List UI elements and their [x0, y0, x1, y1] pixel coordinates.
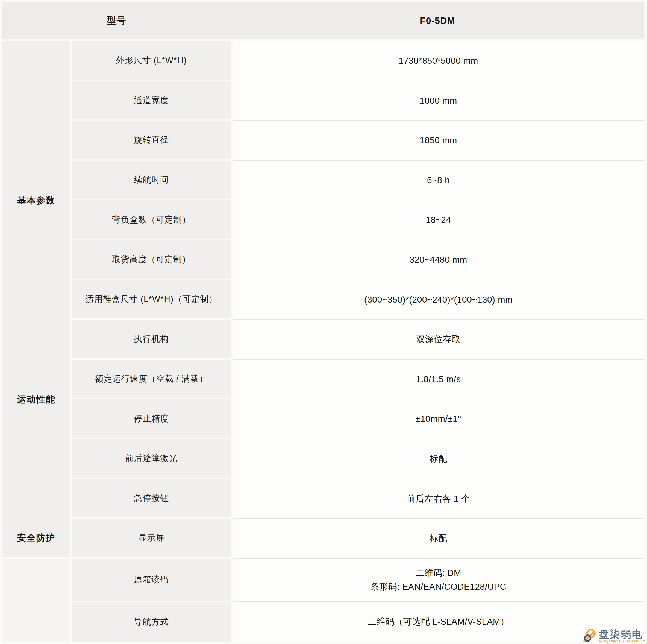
watermark-cn-text: 盘柒弱电	[599, 629, 643, 639]
row-value-display-screen: 标配	[232, 519, 644, 559]
row-label-actuator: 执行机构	[72, 320, 231, 360]
row-value-rated-speed: 1.8/1.5 m/s	[232, 360, 644, 400]
row-value-actuator: 双深位存取	[232, 320, 644, 360]
spec-table: 型号 F0-5DM 基本参数 运动性能 安全防护 外形尺寸 (L*W*H) 17…	[2, 2, 644, 642]
row-value-rotation-diameter: 1850 mm	[232, 121, 644, 161]
row-value-aisle-width: 1000 mm	[232, 81, 644, 121]
row-label-emergency-stop: 急停按钮	[72, 479, 231, 519]
row-label-stop-accuracy: 停止精度	[72, 399, 231, 439]
row-label-box-count: 背负盒数（可定制）	[72, 200, 231, 240]
group-motion-performance: 运动性能	[2, 360, 70, 439]
row-label-carton-code-reading: 原箱读码	[72, 559, 231, 602]
row-value-box-count: 18~24	[232, 200, 644, 240]
row-label-aisle-width: 通道宽度	[72, 81, 231, 121]
watermark-text: 盘柒弱电 ANGQI WEAK ELECTRICITY	[599, 629, 645, 643]
row-value-dimensions: 1730*850*5000 mm	[232, 41, 644, 81]
row-label-rotation-diameter: 旋转直径	[72, 121, 231, 161]
group-safety-protection: 安全防护	[2, 519, 70, 559]
row-label-shoebox-size: 适用鞋盒尺寸 (L*W*H)（可定制）	[72, 280, 231, 320]
paperclip-logo-icon	[582, 629, 597, 643]
watermark-logo: 盘柒弱电 ANGQI WEAK ELECTRICITY	[582, 629, 645, 643]
row-label-obstacle-laser: 前后避障激光	[72, 439, 231, 479]
row-label-dimensions: 外形尺寸 (L*W*H)	[72, 41, 231, 81]
row-value-stop-accuracy: ±10mm/±1°	[232, 399, 644, 439]
row-label-rated-speed: 额定运行速度（空载 / 满载）	[72, 360, 231, 400]
row-label-display-screen: 显示屏	[72, 519, 231, 559]
row-value-picking-height: 320~4480 mm	[232, 240, 644, 280]
row-label-battery-life: 续航时间	[72, 161, 231, 201]
row-value-emergency-stop: 前后左右各 1 个	[232, 479, 644, 519]
model-label: 型号	[2, 14, 231, 27]
watermark-en-text: ANGQI WEAK ELECTRICITY	[599, 640, 645, 643]
row-value-shoebox-size: (300~350)*(200~240)*(100~130) mm	[232, 280, 644, 320]
row-value-carton-code-reading: 二维码: DM 条形码: EAN/EAN/CODE128/UPC	[232, 559, 644, 602]
row-label-picking-height: 取货高度（可定制）	[72, 240, 231, 280]
row-label-navigation-mode: 导航方式	[72, 602, 231, 642]
table-header-row: 型号 F0-5DM	[2, 2, 644, 41]
group-basic-parameters: 基本参数	[2, 41, 70, 360]
group-column-filler	[2, 439, 70, 519]
row-value-obstacle-laser: 标配	[232, 439, 644, 479]
row-value-battery-life: 6~8 h	[232, 161, 644, 201]
model-value: F0-5DM	[231, 15, 644, 26]
group-column-blank	[2, 559, 70, 642]
